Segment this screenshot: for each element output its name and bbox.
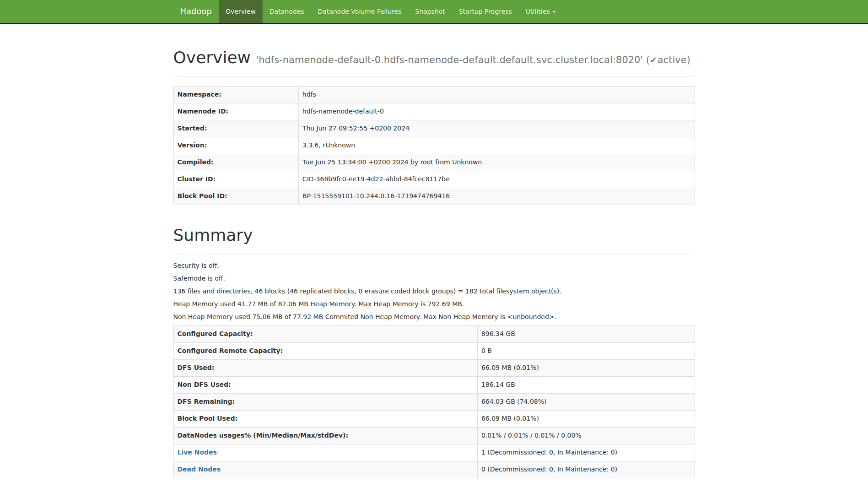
info-label-namespace: Namespace:	[173, 87, 298, 103]
info-value-started: Thu Jun 27 09:52:55 +0200 2024	[298, 120, 695, 137]
namenode-address: 'hdfs-namenode-default-0.hdfs-namenode-d…	[256, 54, 643, 65]
info-label-namenode-id: Namenode ID:	[173, 103, 298, 120]
status-paren-open: (	[646, 54, 650, 65]
nav-link-datanode-volume-failures[interactable]: Datanode Volume Failures	[311, 0, 409, 23]
page-title-text: Overview	[173, 48, 251, 67]
summary-paragraph-5: Non Heap Memory used 75.06 MB of 77.92 M…	[173, 313, 695, 322]
nav-link-datanodes[interactable]: Datanodes	[263, 0, 311, 23]
summary-value-non-dfs-used: 186.14 GB	[477, 376, 695, 393]
info-label-version: Version:	[173, 137, 298, 154]
summary-table: Configured Capacity:896.34 GBConfigured …	[173, 325, 695, 478]
info-value-namespace: hdfs	[298, 87, 695, 103]
summary-row-dfs-used: DFS Used:66.09 MB (0.01%)	[173, 359, 695, 376]
info-row-started: Started:Thu Jun 27 09:52:55 +0200 2024	[173, 120, 695, 137]
summary-paragraphs: Security is off.Safemode is off.136 file…	[173, 261, 695, 322]
namenode-info-table: Namespace:hdfsNamenode ID:hdfs-namenode-…	[173, 86, 695, 205]
summary-label-block-pool-used: Block Pool Used:	[173, 410, 477, 427]
summary-row-configured-capacity: Configured Capacity:896.34 GB	[173, 325, 695, 342]
info-row-block-pool-id: Block Pool ID:BP-1515559101-10.244.0.16-…	[173, 188, 695, 205]
namenode-status: (✔active)	[646, 54, 690, 65]
summary-value-block-pool-used: 66.09 MB (0.01%)	[477, 410, 695, 427]
summary-row-configured-remote-capacity: Configured Remote Capacity:0 B	[173, 342, 695, 359]
info-value-namenode-id: hdfs-namenode-default-0	[298, 103, 695, 120]
nav-item-snapshot: Snapshot	[408, 0, 452, 23]
summary-value-datanodes-usages-min-median-max-stddev: 0.01% / 0.01% / 0.01% / 0.00%	[477, 427, 695, 444]
info-row-cluster-id: Cluster ID:CID-368b9fc0-ee19-4d22-abbd-8…	[173, 171, 695, 188]
nav-link-utilities[interactable]: Utilities	[519, 0, 563, 23]
info-row-version: Version:3.3.6, rUnknown	[173, 137, 695, 154]
top-navbar: Hadoop OverviewDatanodesDatanode Volume …	[0, 0, 868, 24]
info-label-cluster-id: Cluster ID:	[173, 171, 298, 188]
status-paren-close: )	[687, 54, 690, 65]
summary-label-datanodes-usages-min-median-max-stddev: DataNodes usages% (Min/Median/Max/stdDev…	[173, 427, 477, 444]
info-row-namenode-id: Namenode ID:hdfs-namenode-default-0	[173, 103, 695, 120]
summary-title: Summary	[173, 223, 695, 247]
summary-row-dfs-remaining: DFS Remaining:664.03 GB (74.08%)	[173, 393, 695, 410]
summary-paragraph-3: 136 files and directories, 46 blocks (46…	[173, 287, 695, 296]
info-value-block-pool-id: BP-1515559101-10.244.0.16-1719474769416	[298, 188, 695, 205]
summary-page-header: Summary	[173, 223, 695, 255]
summary-row-live-nodes: Live Nodes1 (Decommissioned: 0, In Maint…	[173, 444, 695, 461]
summary-label-non-dfs-used: Non DFS Used:	[173, 376, 477, 393]
nav-item-overview: Overview	[219, 0, 263, 23]
nav-item-datanodes: Datanodes	[263, 0, 311, 23]
dead-nodes-link[interactable]: Dead Nodes	[178, 466, 221, 473]
page-subtitle: 'hdfs-namenode-default-0.hdfs-namenode-d…	[256, 54, 690, 65]
summary-label-live-nodes: Live Nodes	[173, 444, 477, 461]
namenode-state-text: active	[658, 54, 687, 65]
info-label-compiled: Compiled:	[173, 154, 298, 171]
summary-label-dead-nodes: Dead Nodes	[173, 461, 477, 478]
main-content: Overview 'hdfs-namenode-default-0.hdfs-n…	[167, 46, 702, 478]
summary-value-dead-nodes: 0 (Decommissioned: 0, In Maintenance: 0)	[477, 461, 695, 478]
summary-value-live-nodes: 1 (Decommissioned: 0, In Maintenance: 0)	[477, 444, 695, 461]
summary-value-configured-capacity: 896.34 GB	[477, 325, 695, 342]
live-nodes-link[interactable]: Live Nodes	[178, 449, 217, 456]
info-label-block-pool-id: Block Pool ID:	[173, 188, 298, 205]
summary-value-dfs-remaining: 664.03 GB (74.08%)	[477, 393, 695, 410]
summary-row-datanodes-usages-min-median-max-stddev: DataNodes usages% (Min/Median/Max/stdDev…	[173, 427, 695, 444]
summary-label-configured-capacity: Configured Capacity:	[173, 325, 477, 342]
page-title: Overview 'hdfs-namenode-default-0.hdfs-n…	[173, 46, 695, 69]
summary-paragraph-2: Safemode is off.	[173, 274, 695, 283]
nav-link-snapshot[interactable]: Snapshot	[408, 0, 452, 23]
hadoop-brand[interactable]: Hadoop	[173, 0, 219, 23]
check-icon: ✔	[650, 55, 658, 65]
nav-item-startup-progress: Startup Progress	[452, 0, 519, 23]
summary-row-block-pool-used: Block Pool Used:66.09 MB (0.01%)	[173, 410, 695, 427]
nav-link-startup-progress[interactable]: Startup Progress	[452, 0, 519, 23]
namenode-info-tbody: Namespace:hdfsNamenode ID:hdfs-namenode-…	[173, 87, 695, 205]
summary-label-dfs-used: DFS Used:	[173, 359, 477, 376]
info-row-compiled: Compiled:Tue Jun 25 13:34:00 +0200 2024 …	[173, 154, 695, 171]
summary-label-configured-remote-capacity: Configured Remote Capacity:	[173, 342, 477, 359]
info-row-namespace: Namespace:hdfs	[173, 87, 695, 103]
summary-paragraph-4: Heap Memory used 41.77 MB of 87.06 MB He…	[173, 300, 695, 309]
summary-row-non-dfs-used: Non DFS Used:186.14 GB	[173, 376, 695, 393]
summary-label-dfs-remaining: DFS Remaining:	[173, 393, 477, 410]
summary-row-dead-nodes: Dead Nodes0 (Decommissioned: 0, In Maint…	[173, 461, 695, 478]
nav-menu: OverviewDatanodesDatanode Volume Failure…	[219, 0, 563, 23]
info-value-version: 3.3.6, rUnknown	[298, 137, 695, 154]
info-label-started: Started:	[173, 120, 298, 137]
summary-value-configured-remote-capacity: 0 B	[477, 342, 695, 359]
nav-item-utilities: Utilities	[519, 0, 563, 23]
info-value-cluster-id: CID-368b9fc0-ee19-4d22-abbd-84fcec8117be	[298, 171, 695, 188]
nav-link-overview[interactable]: Overview	[219, 0, 263, 23]
caret-down-icon	[552, 11, 556, 13]
summary-paragraph-1: Security is off.	[173, 261, 695, 271]
overview-page-header: Overview 'hdfs-namenode-default-0.hdfs-n…	[173, 46, 695, 77]
summary-value-dfs-used: 66.09 MB (0.01%)	[477, 359, 695, 376]
info-value-compiled: Tue Jun 25 13:34:00 +0200 2024 by root f…	[298, 154, 695, 171]
nav-item-datanode-volume-failures: Datanode Volume Failures	[311, 0, 409, 23]
summary-tbody: Configured Capacity:896.34 GBConfigured …	[173, 325, 695, 478]
